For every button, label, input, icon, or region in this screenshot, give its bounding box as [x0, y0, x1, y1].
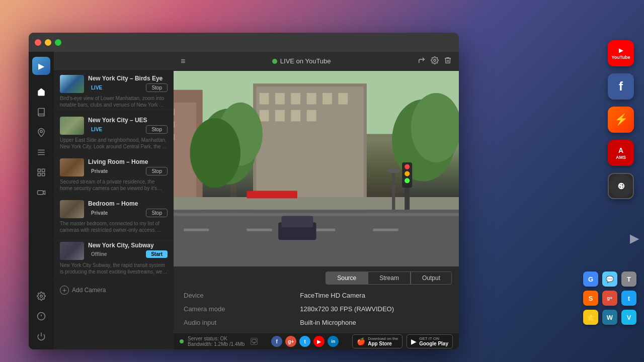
- mini-vimeo-icon[interactable]: V: [621, 310, 636, 325]
- stop-button-3[interactable]: Stop: [146, 167, 168, 175]
- social-linkedin-icon[interactable]: in: [328, 336, 339, 347]
- icon-sidebar: ▶: [29, 52, 54, 349]
- sidebar-icon-location[interactable]: [33, 124, 49, 140]
- score5-dock-icon[interactable]: ⊕ 5: [608, 173, 634, 199]
- sidebar-icon-list[interactable]: [33, 144, 49, 160]
- tab-output[interactable]: Output: [411, 272, 452, 285]
- svg-rect-46: [373, 229, 398, 231]
- camera-item-2[interactable]: New York City – UES LIVE Stop Upper East…: [54, 113, 174, 154]
- mini-s-icon[interactable]: S: [583, 291, 598, 306]
- mini-twitter-icon[interactable]: t: [621, 291, 636, 306]
- live-status-text: LIVE on YouTube: [280, 57, 331, 65]
- camera-name-2: New York City – UES: [88, 117, 168, 124]
- svg-rect-21: [174, 121, 175, 128]
- tab-source[interactable]: Source: [326, 272, 368, 285]
- trash-button[interactable]: [444, 56, 452, 66]
- camera-name-1: New York City – Birds Eye: [88, 75, 168, 82]
- app-store-main: App Store: [368, 341, 398, 346]
- camera-item-4[interactable]: Bedroom – Home Private Stop The master b…: [54, 196, 174, 238]
- add-camera-button[interactable]: + Add Camera: [54, 280, 174, 301]
- svg-rect-30: [323, 93, 332, 105]
- app-store-badge[interactable]: 🍎 Download on the App Store: [352, 334, 403, 349]
- camera-status-row-3: Private Stop: [88, 167, 168, 175]
- svg-rect-28: [291, 93, 300, 105]
- source-info-grid: Device FaceTime HD Camera Camera mode 12…: [174, 285, 459, 333]
- minimize-button[interactable]: [45, 39, 51, 46]
- device-value: FaceTime HD Camera: [300, 292, 449, 299]
- svg-rect-29: [307, 93, 316, 105]
- start-button-5[interactable]: Start: [146, 250, 168, 258]
- svg-point-10: [40, 295, 43, 298]
- stop-button-4[interactable]: Stop: [146, 209, 168, 217]
- facebook-dock-icon[interactable]: f: [608, 73, 634, 100]
- svg-rect-48: [281, 216, 313, 228]
- mini-t-icon[interactable]: T: [621, 272, 636, 287]
- tab-stream[interactable]: Stream: [368, 272, 411, 285]
- close-button[interactable]: [35, 39, 41, 46]
- title-bar: [29, 33, 459, 52]
- status-bar: Server status: OK Bandwidth: 1.2Mb /1.4M…: [174, 333, 459, 349]
- svg-rect-49: [174, 197, 459, 210]
- svg-rect-43: [184, 229, 209, 231]
- share-button[interactable]: [418, 56, 426, 66]
- camera-status-row-2: LIVE Stop: [88, 125, 168, 134]
- ams-dock-icon[interactable]: A AMS: [608, 140, 634, 166]
- live-status-dot: [272, 59, 277, 64]
- camera-info-3: Living Room – Home Private Stop: [88, 158, 168, 175]
- social-youtube-icon[interactable]: ▶: [313, 336, 325, 347]
- app-logo[interactable]: ▶: [32, 57, 50, 75]
- mini-gplus-icon[interactable]: g+: [602, 291, 617, 306]
- google-play-badge[interactable]: ▶ GET IT ON Google Play: [407, 334, 453, 349]
- header-actions: [418, 56, 452, 66]
- mini-google-icon[interactable]: G: [583, 272, 598, 287]
- header-bar: ≡ LIVE on YouTube: [174, 52, 459, 71]
- svg-point-52: [405, 164, 410, 169]
- mini-dock-row-3: ⭐ W V: [583, 310, 636, 325]
- svg-rect-5: [42, 169, 45, 171]
- lightning-dock-icon[interactable]: ⚡: [608, 107, 634, 133]
- sidebar-icon-settings[interactable]: [33, 288, 49, 304]
- google-play-text: GET IT ON Google Play: [419, 336, 448, 347]
- camera-item-1[interactable]: New York City – Birds Eye LIVE Stop Bird…: [54, 71, 174, 113]
- sidebar-icon-grid[interactable]: [33, 164, 49, 180]
- mini-message-icon[interactable]: 💬: [602, 272, 617, 287]
- google-play-icon: ▶: [411, 337, 417, 345]
- svg-rect-44: [247, 229, 272, 231]
- sidebar-icon-help[interactable]: [33, 308, 49, 324]
- right-content: ≡ LIVE on YouTube: [174, 52, 459, 349]
- camera-desc-5: New York City Subway, the rapid transit …: [60, 262, 168, 275]
- sidebar-icon-book[interactable]: [33, 104, 49, 120]
- monitor-icon: [251, 338, 258, 345]
- sidebar-icon-power[interactable]: [33, 328, 49, 344]
- maximize-button[interactable]: [55, 39, 61, 46]
- stop-button-1[interactable]: Stop: [146, 83, 168, 92]
- svg-rect-19: [174, 109, 175, 115]
- camera-info-1: New York City – Birds Eye LIVE Stop: [88, 75, 168, 92]
- camera-item-3[interactable]: Living Room – Home Private Stop Secured …: [54, 154, 174, 196]
- mini-wp-icon[interactable]: W: [602, 310, 617, 325]
- settings-button[interactable]: [431, 56, 439, 66]
- youtube-dock-icon[interactable]: ▶ YouTube: [608, 40, 634, 66]
- add-circle-icon: +: [60, 286, 69, 295]
- sidebar-icon-video[interactable]: [33, 185, 49, 201]
- social-gplus-icon[interactable]: g+: [285, 336, 296, 347]
- mini-yellow-icon[interactable]: ⭐: [583, 310, 598, 325]
- menu-icon-button[interactable]: ≡: [181, 57, 185, 66]
- traffic-lights: [35, 39, 61, 46]
- status-badge-5: Offline: [88, 251, 110, 257]
- sidebar-icon-home[interactable]: [33, 84, 49, 100]
- social-facebook-icon[interactable]: f: [271, 336, 282, 347]
- bandwidth-label: Bandwidth: 1.2Mb /1.4Mb: [188, 341, 245, 347]
- status-badge-4: Private: [88, 210, 111, 216]
- svg-rect-58: [252, 339, 256, 342]
- svg-rect-32: [260, 110, 269, 122]
- mini-dock-row-2: S g+ t: [583, 291, 636, 306]
- camera-item-5[interactable]: New York City, Subway Offline Start New …: [54, 238, 174, 280]
- stop-button-2[interactable]: Stop: [146, 125, 168, 134]
- forward-arrow[interactable]: ▶: [630, 231, 639, 245]
- svg-rect-8: [38, 191, 43, 195]
- svg-rect-4: [38, 169, 40, 171]
- add-camera-label: Add Camera: [72, 287, 106, 294]
- svg-point-38: [190, 118, 240, 188]
- social-twitter-icon[interactable]: t: [299, 336, 310, 347]
